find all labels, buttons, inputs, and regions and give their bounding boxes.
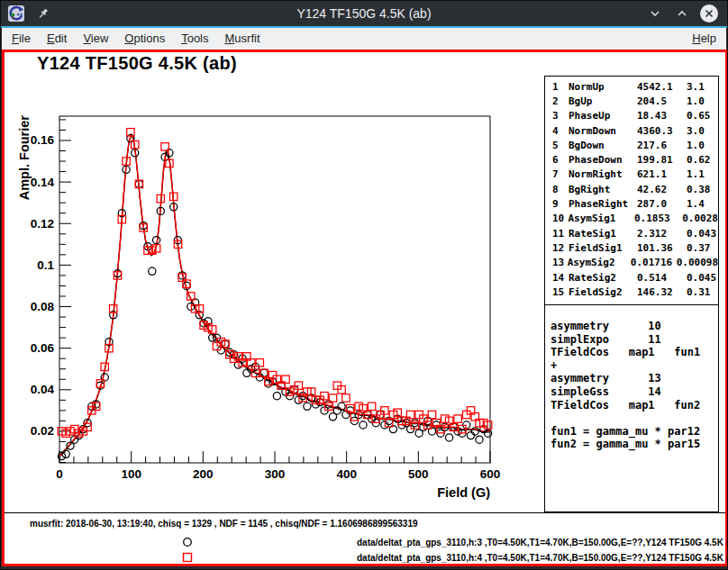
square-marker-icon [182,552,193,563]
menu-item-view[interactable]: View [75,28,116,50]
data-point-circle [62,450,69,457]
parameter-row: 11RateSig12.3120.043 [552,226,718,240]
y-tick-label: 0.06 [31,341,55,355]
menu-item-help[interactable]: Help [684,28,724,50]
x-tick-label: 0 [56,467,63,481]
menu-item-edit[interactable]: Edit [39,28,75,50]
info-pane[interactable]: musrfit: 2018-06-30, 13:19:40, chisq = 1… [5,513,725,564]
y-tick-label: 0.02 [31,424,54,438]
x-tick-label: 200 [193,467,214,481]
menu-item-file[interactable]: File [4,28,39,50]
parameter-row: 13AsymSig20.017160.00098 [552,256,718,270]
y-tick-label: 0.12 [31,217,54,231]
window-title: Y124 TF150G 4.5K (ab) [1,6,727,21]
x-tick-label: 600 [480,467,501,481]
theory-line [551,412,718,425]
data-point-circle [260,369,268,376]
data-point-square [368,403,375,410]
app-window: ++ Y124 TF150G 4.5K (ab) FileEditVi [0,0,728,570]
parameter-row: 6PhaseDown199.810.62 [552,152,718,167]
parameter-row: 5BgDown217.61.0 [552,138,718,152]
theory-line: simplExpo 11 [551,333,718,347]
theory-line: asymmetry 10 [551,320,718,333]
theory-line: TFieldCos map1 fun2 [551,399,718,412]
theory-line: TFieldCos map1 fun1 [551,346,718,359]
theory-line: fun1 = gamma_mu * par12 [551,425,718,439]
fit-status-line: musrfit: 2018-06-30, 13:19:40, chisq = 1… [30,519,418,529]
data-point-circle [446,434,453,441]
parameter-row: 15FieldSig2146.320.31 [552,285,718,299]
close-icon [704,8,714,19]
svg-text:++: ++ [16,11,23,17]
legend-entry: data/deltat_pta_gps_3110,h:4 ,T0=4.50K,T… [5,552,725,563]
menu-item-options[interactable]: Options [116,28,173,50]
data-point-circle [273,393,280,400]
theory-line: asymmetry 13 [551,372,718,385]
theory-line: + [551,359,718,373]
root-app-icon: ++ [8,5,24,22]
plot-pane[interactable]: Y124 TF150G 4.5K (ab) 010020030040050060… [5,52,725,512]
parameter-row: 9PhaseRight287.01.4 [552,196,718,211]
y-tick-label: 0.08 [31,300,55,313]
legend-entry: data/deltat_pta_gps_3110,h:3 ,T0=4.50K,T… [5,537,725,547]
parameter-row: 14RateSig20.5140.045 [552,270,718,285]
y-axis-title: Ampl. Fourier [17,115,32,201]
y-tick-label: 0.16 [31,133,55,147]
parameter-row: 2BgUp204.51.0 [552,94,718,108]
data-point-circle [304,403,311,410]
chevron-down-icon [649,7,661,20]
theory-line: fun2 = gamma_mu * par15 [551,438,718,451]
data-point-circle [243,369,250,376]
titlebar[interactable]: ++ Y124 TF150G 4.5K (ab) [1,1,727,26]
parameter-row: 1NormUp4542.13.1 [552,79,718,94]
circle-marker-icon [182,537,193,547]
legend-label: data/deltat_pta_gps_3110,h:3 ,T0=4.50K,T… [357,538,728,547]
x-tick-label: 400 [336,467,357,481]
menu-item-musrfit[interactable]: Musrfit [217,28,268,50]
maximize-button[interactable] [673,5,691,23]
x-tick-label: 300 [265,467,286,481]
data-point-square [454,415,461,422]
data-point-square [256,359,263,366]
root-canvas[interactable]: Y124 TF150G 4.5K (ab) 010020030040050060… [2,50,728,566]
x-axis-title: Field (G) [437,485,490,500]
series-circle [58,135,491,460]
y-tick-label: 0.1 [37,258,54,272]
x-tick-label: 500 [408,467,429,481]
data-point-circle [149,267,156,275]
data-point-circle [467,432,474,439]
data-point-circle [476,436,483,443]
parameter-row: 4NormDown4360.33.0 [552,123,718,138]
parameter-row: 12FieldSig1101.360.37 [552,240,718,255]
menubar: FileEditViewOptionsToolsMusrfitHelp [2,28,726,50]
chevron-up-icon [676,7,688,20]
menu-item-tools[interactable]: Tools [173,28,216,50]
fourier-plot[interactable]: 01002003004005006000.020.040.060.080.10.… [5,52,543,512]
close-button[interactable] [700,5,718,23]
plot-frame [59,116,490,463]
data-point-circle [359,421,367,429]
series-square [58,129,492,438]
pin-icon[interactable] [37,7,50,20]
parameter-row: 3PhaseUp18.430.65 [552,109,718,123]
fit-curve-run2 [59,134,490,457]
legend-label: data/deltat_pta_gps_3110,h:4 ,T0=4.50K,T… [357,553,728,563]
theory-pad[interactable]: asymmetry 10simplExpo 11TFieldCos map1 f… [544,304,719,512]
y-tick-label: 0.04 [31,383,55,396]
minimize-button[interactable] [646,5,664,23]
fit-parameters-pad[interactable]: 1NormUp4542.13.12BgUp204.51.03PhaseUp18.… [544,76,719,305]
theory-line: simpleGss 14 [551,385,718,399]
parameter-row: 8BgRight42.620.38 [552,182,718,196]
data-point-square [342,394,350,402]
y-tick-label: 0.14 [31,176,55,189]
parameter-row: 10AsymSig10.18530.0028 [552,212,718,226]
x-tick-label: 100 [121,467,141,481]
parameter-row: 7NormRight621.11.1 [552,167,718,182]
